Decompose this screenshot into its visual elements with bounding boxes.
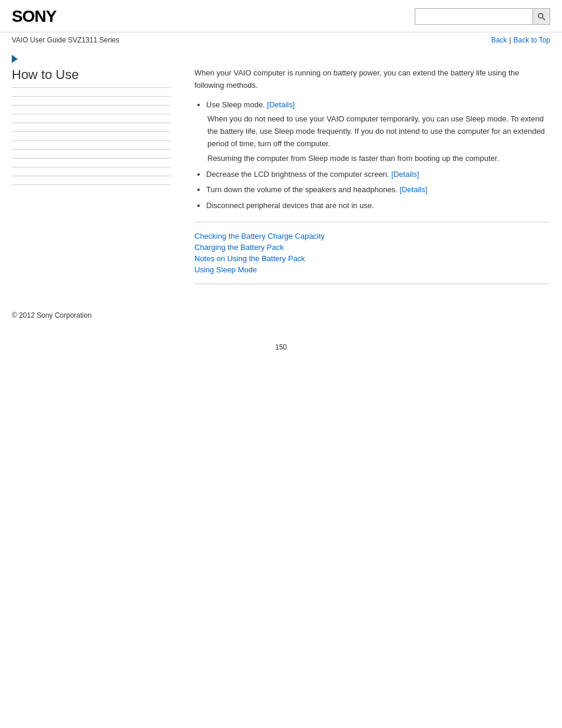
search-icon: [537, 12, 546, 21]
content-list: Use Sleep mode. [Details] When you do no…: [194, 99, 550, 212]
back-link[interactable]: Back: [491, 36, 507, 44]
nav-title: VAIO User Guide SVZ1311 Series: [12, 36, 120, 44]
search-input[interactable]: [415, 8, 533, 25]
sidebar-divider-6: [12, 140, 171, 141]
list-item-sleep-text: Use Sleep mode.: [206, 100, 267, 109]
breadcrumb-row: [0, 48, 562, 67]
content-divider-2: [194, 284, 550, 284]
sidebar-divider-9: [12, 167, 171, 167]
svg-line-1: [543, 18, 545, 20]
sidebar-title: How to Use: [12, 67, 171, 88]
list-item-peripheral: Disconnect peripheral devices that are n…: [206, 200, 550, 212]
sidebar-divider-4: [12, 123, 171, 123]
link-notes-battery[interactable]: Notes on Using the Battery Pack: [194, 254, 550, 263]
content-intro: When your VAIO computer is running on ba…: [194, 67, 550, 92]
link-sleep-mode[interactable]: Using Sleep Mode: [194, 265, 550, 274]
sidebar-divider-8: [12, 158, 171, 159]
sidebar-divider-3: [12, 114, 171, 114]
sidebar-divider-2: [12, 105, 171, 106]
nav-links: Back | Back to Top: [491, 36, 550, 44]
related-links: Checking the Battery Charge Capacity Cha…: [194, 232, 550, 274]
search-button[interactable]: [533, 8, 550, 25]
footer: © 2012 Sony Corporation: [0, 294, 562, 331]
sidebar-divider-11: [12, 185, 171, 185]
list-item-volume: Turn down the volume of the speakers and…: [206, 184, 550, 196]
sleep-sub-text-2: Resuming the computer from Sleep mode is…: [207, 153, 550, 165]
list-item-peripheral-text: Disconnect peripheral devices that are n…: [206, 201, 374, 210]
sidebar-divider-10: [12, 176, 171, 176]
nav-bar: VAIO User Guide SVZ1311 Series Back | Ba…: [0, 32, 562, 48]
sidebar: How to Use: [12, 67, 183, 294]
list-item-lcd-text: Decrease the LCD brightness of the compu…: [206, 170, 391, 179]
volume-details-link[interactable]: [Details]: [399, 185, 427, 194]
chevron-right-icon: [12, 55, 18, 63]
list-item-volume-text: Turn down the volume of the speakers and…: [206, 185, 399, 194]
nav-separator: |: [509, 36, 511, 44]
search-area: [415, 8, 550, 25]
list-item-lcd: Decrease the LCD brightness of the compu…: [206, 169, 550, 181]
sidebar-divider-1: [12, 96, 171, 97]
sleep-sub-text-1: When you do not need to use your VAIO co…: [207, 113, 550, 150]
sony-logo: SONY: [12, 7, 56, 26]
sidebar-divider-5: [12, 131, 171, 132]
header: SONY: [0, 0, 562, 32]
copyright-text: © 2012 Sony Corporation: [12, 311, 92, 319]
content-area: When your VAIO computer is running on ba…: [183, 67, 550, 294]
sidebar-divider-7: [12, 149, 171, 150]
svg-point-0: [538, 14, 543, 18]
link-battery-charge[interactable]: Checking the Battery Charge Capacity: [194, 232, 550, 241]
lcd-details-link[interactable]: [Details]: [391, 170, 419, 179]
main-layout: How to Use When your VAIO computer is ru…: [0, 67, 562, 294]
sleep-mode-details-link[interactable]: [Details]: [267, 100, 295, 109]
back-to-top-link[interactable]: Back to Top: [514, 36, 550, 44]
link-charging-battery[interactable]: Charging the Battery Pack: [194, 243, 550, 252]
list-item-sleep: Use Sleep mode. [Details] When you do no…: [206, 99, 550, 165]
list-item-sleep-sub: When you do not need to use your VAIO co…: [206, 113, 550, 164]
content-divider-1: [194, 222, 550, 222]
page-number: 150: [0, 331, 562, 363]
